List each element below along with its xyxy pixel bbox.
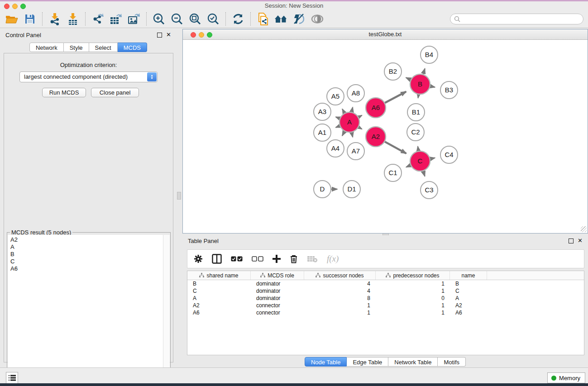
close-panel-icon[interactable]: ✕ — [166, 32, 171, 38]
cell-successor-nodes[interactable]: 8 — [304, 295, 376, 302]
column-header-predecessor-nodes[interactable]: predecessor nodes — [376, 271, 450, 280]
edge-B-B3[interactable] — [430, 86, 435, 87]
edge-A-A1[interactable] — [336, 126, 340, 127]
edge-C-C2[interactable] — [418, 147, 419, 151]
cell-MCDS-role[interactable]: connector — [251, 302, 304, 309]
cell-name[interactable]: B — [450, 280, 487, 287]
edge-A-A6[interactable] — [359, 115, 362, 117]
column-header-MCDS-role[interactable]: MCDS role — [251, 271, 304, 280]
select-all-button[interactable] — [231, 256, 243, 262]
cell-shared-name[interactable]: A — [187, 295, 251, 302]
search-box[interactable] — [450, 14, 583, 24]
column-header-successor-nodes[interactable]: successor nodes — [304, 271, 376, 280]
table-row[interactable]: A2connector11A2 — [187, 302, 584, 309]
result-item[interactable]: A2 — [10, 236, 163, 243]
zoom-window-button[interactable] — [20, 4, 26, 9]
cell-MCDS-role[interactable]: dominator — [251, 287, 304, 295]
cell-successor-nodes[interactable]: 1 — [304, 302, 376, 309]
result-item[interactable]: A6 — [10, 265, 163, 272]
edge-A-A5[interactable] — [342, 109, 344, 113]
result-item[interactable]: C — [10, 258, 163, 265]
table-row[interactable]: Adominator80A — [187, 295, 584, 302]
column-header-shared-name[interactable]: shared name — [187, 271, 251, 280]
edge-B-B4[interactable] — [423, 69, 425, 74]
table-row[interactable]: Cdominator41C — [187, 287, 584, 295]
result-scrollbar[interactable] — [163, 235, 170, 384]
add-column-button[interactable] — [272, 255, 281, 263]
cell-predecessor-nodes[interactable]: 0 — [376, 295, 450, 302]
net-zoom-button[interactable] — [207, 32, 212, 38]
refresh-button[interactable] — [230, 12, 246, 26]
cell-predecessor-nodes[interactable]: 1 — [376, 287, 450, 295]
export-network-button[interactable] — [90, 12, 105, 26]
tab-motifs[interactable]: Motifs — [438, 357, 466, 367]
zoom-out-button[interactable] — [169, 12, 185, 26]
edge-B-B2[interactable] — [406, 78, 411, 80]
table-row[interactable]: A6connector11A6 — [187, 309, 584, 316]
tab-network-table[interactable]: Network Table — [388, 357, 438, 367]
export-image-button[interactable] — [126, 12, 142, 26]
cell-shared-name[interactable]: A2 — [187, 302, 251, 309]
import-table-button[interactable] — [65, 12, 81, 26]
float-table-panel-icon[interactable] — [569, 238, 574, 243]
cell-predecessor-nodes[interactable]: 1 — [376, 309, 450, 316]
open-file-button[interactable] — [4, 12, 19, 26]
cell-shared-name[interactable]: B — [187, 280, 251, 287]
edge-A-A8[interactable] — [352, 107, 353, 112]
run-mcds-button[interactable]: Run MCDS — [42, 88, 86, 97]
search-input[interactable] — [460, 16, 574, 22]
criterion-select[interactable]: largest connected component (directed) ▲… — [19, 71, 158, 82]
save-session-button[interactable] — [22, 12, 38, 26]
tab-mcds[interactable]: MCDS — [118, 43, 147, 52]
zoom-selected-button[interactable] — [206, 12, 221, 26]
tab-select[interactable]: Select — [89, 43, 118, 52]
import-network-button[interactable] — [47, 12, 62, 26]
cell-MCDS-role[interactable]: connector — [251, 309, 304, 316]
column-header-name[interactable]: name — [450, 271, 487, 280]
table-row[interactable]: Bdominator41B — [187, 280, 584, 287]
cell-predecessor-nodes[interactable]: 1 — [376, 302, 450, 309]
edge-C-C3[interactable] — [423, 171, 425, 176]
float-panel-icon[interactable] — [157, 33, 162, 38]
edge-A-A2[interactable] — [359, 127, 362, 129]
cell-successor-nodes[interactable]: 4 — [304, 280, 376, 287]
edge-B-B1[interactable] — [418, 95, 419, 98]
cell-successor-nodes[interactable]: 1 — [304, 309, 376, 316]
cell-name[interactable]: C — [450, 287, 487, 295]
cell-name[interactable]: A6 — [450, 309, 487, 316]
cell-MCDS-role[interactable]: dominator — [251, 295, 304, 302]
task-history-button[interactable] — [6, 372, 18, 384]
cell-shared-name[interactable]: C — [187, 287, 251, 295]
cell-name[interactable]: A2 — [450, 302, 487, 309]
zoom-in-button[interactable] — [151, 12, 167, 26]
table-settings-button[interactable] — [194, 254, 203, 263]
hide-details-button[interactable] — [292, 12, 307, 26]
edge-A2-C[interactable] — [385, 142, 406, 153]
memory-button[interactable]: Memory — [547, 372, 585, 383]
network-window-titlebar[interactable]: testGlobe.txt — [183, 29, 588, 40]
tab-style[interactable]: Style — [64, 43, 89, 52]
net-minimize-button[interactable] — [199, 32, 204, 38]
vertical-split-grip[interactable] — [177, 192, 181, 200]
column-browser-button[interactable] — [212, 254, 222, 264]
eye-button[interactable] — [310, 12, 325, 26]
tab-edge-table[interactable]: Edge Table — [347, 357, 388, 367]
cell-shared-name[interactable]: A6 — [187, 309, 251, 316]
close-panel-button[interactable]: Close panel — [91, 88, 139, 97]
result-item[interactable]: B — [10, 251, 163, 258]
cell-name[interactable]: A — [450, 295, 487, 302]
edge-A-A4[interactable] — [342, 131, 344, 135]
edge-C-C4[interactable] — [430, 158, 435, 159]
zoom-fit-button[interactable] — [187, 12, 203, 26]
edge-A-A3[interactable] — [336, 117, 340, 118]
home-button[interactable] — [273, 12, 289, 26]
close-window-button[interactable] — [4, 4, 10, 9]
cell-successor-nodes[interactable]: 4 — [304, 287, 376, 295]
edge-A-A7[interactable] — [352, 132, 353, 137]
export-table-button[interactable] — [108, 12, 124, 26]
cell-predecessor-nodes[interactable]: 1 — [376, 280, 450, 287]
close-table-panel-icon[interactable]: ✕ — [578, 238, 583, 244]
duplicate-network-button[interactable] — [255, 12, 271, 26]
resize-grip-icon[interactable] — [581, 226, 587, 232]
cell-MCDS-role[interactable]: dominator — [251, 280, 304, 287]
